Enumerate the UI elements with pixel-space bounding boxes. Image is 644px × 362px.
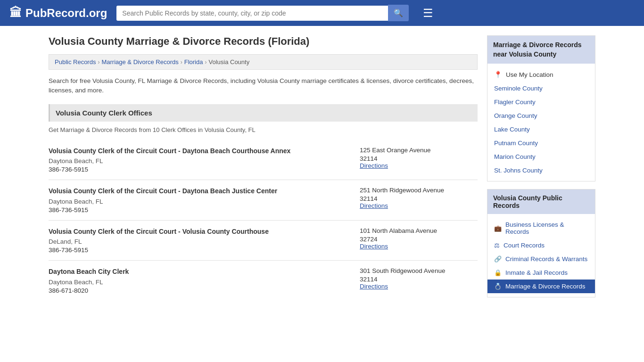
sidebar-nearby-county[interactable]: Flagler County — [487, 95, 595, 109]
entry-phone: 386-671-8020 — [49, 287, 350, 294]
entry-zip: 32114 — [360, 155, 478, 162]
nearby-list: 📍 Use My Location Seminole CountyFlagler… — [487, 64, 595, 181]
menu-icon: ☰ — [423, 7, 433, 19]
sidebar: Marriage & Divorce Records near Volusia … — [487, 35, 595, 305]
entry-right-1: 251 North Ridgewood Avenue 32114 Directi… — [360, 187, 478, 214]
main-content: Volusia County Marriage & Divorce Record… — [49, 35, 478, 305]
entry-left-1: Volusia County Clerk of the Circuit Cour… — [49, 187, 350, 214]
menu-button[interactable]: ☰ — [423, 7, 433, 20]
search-input[interactable] — [116, 6, 388, 21]
sidebar-public-record-item[interactable]: 🔒 Inmate & Jail Records — [487, 266, 595, 280]
breadcrumb: Public Records › Marriage & Divorce Reco… — [49, 54, 478, 70]
page-wrapper: Volusia County Marriage & Divorce Record… — [39, 26, 605, 314]
entries-list: Volusia County Clerk of the Circuit Cour… — [49, 140, 478, 301]
breadcrumb-sep-2: › — [181, 59, 182, 66]
entry-right-3: 301 South Ridgewood Avenue 32114 Directi… — [360, 267, 478, 294]
entry-phone: 386-736-5915 — [49, 247, 350, 254]
site-header: 🏛 PubRecord.org 🔍 ☰ — [0, 0, 644, 26]
directions-link[interactable]: Directions — [360, 202, 388, 209]
entry-name: Daytona Beach City Clerk — [49, 267, 350, 277]
entry-city: Daytona Beach, FL — [49, 279, 350, 286]
entry-left-2: Volusia County Clerk of the Circuit Cour… — [49, 227, 350, 254]
record-type-icon: 💼 — [494, 225, 502, 232]
public-records-items: 💼 Business Licenses & Records ⚖ Court Re… — [487, 218, 595, 293]
sidebar-nearby-county[interactable]: St. Johns County — [487, 164, 595, 177]
entry-name: Volusia County Clerk of the Circuit Cour… — [49, 187, 350, 196]
logo-text: PubRecord.org — [25, 7, 107, 20]
nearby-counties: Seminole CountyFlagler CountyOrange Coun… — [487, 82, 595, 177]
sidebar-public-record-item[interactable]: 💍 Marriage & Divorce Records — [487, 280, 595, 293]
entry-zip: 32724 — [360, 236, 478, 243]
nearby-header: Marriage & Divorce Records near Volusia … — [487, 36, 595, 64]
entry-address: 101 North Alabama Avenue — [360, 227, 478, 234]
record-type-icon: 🔒 — [494, 269, 502, 276]
record-type-label: Business Licenses & Records — [505, 221, 588, 235]
public-records-box: Volusia County Public Records 💼 Business… — [487, 189, 595, 297]
sidebar-nearby-county[interactable]: Orange County — [487, 109, 595, 123]
record-entry: Daytona Beach City Clerk Daytona Beach, … — [49, 261, 478, 301]
breadcrumb-sep-1: › — [98, 59, 99, 66]
breadcrumb-sep-3: › — [205, 59, 206, 66]
sidebar-public-record-item[interactable]: 🔗 Criminal Records & Warrants — [487, 252, 595, 266]
entry-city: DeLand, FL — [49, 238, 350, 245]
entry-left-0: Volusia County Clerk of the Circuit Cour… — [49, 147, 350, 173]
use-my-location[interactable]: 📍 Use My Location — [487, 67, 595, 82]
record-type-icon: 🔗 — [494, 255, 502, 263]
breadcrumb-florida[interactable]: Florida — [184, 58, 203, 66]
section-subtext: Get Marriage & Divorce Records from 10 C… — [49, 126, 478, 133]
page-description: Search for free Volusia County, FL Marri… — [49, 76, 478, 96]
sidebar-nearby-county[interactable]: Putnam County — [487, 136, 595, 150]
entry-right-0: 125 East Orange Avenue 32114 Directions — [360, 147, 478, 173]
breadcrumb-current: Volusia County — [208, 58, 249, 66]
record-type-label: Marriage & Divorce Records — [505, 283, 586, 290]
entry-left-3: Daytona Beach City Clerk Daytona Beach, … — [49, 267, 350, 294]
entry-zip: 32114 — [360, 195, 478, 202]
record-type-icon: ⚖ — [494, 242, 500, 249]
record-type-icon: 💍 — [494, 283, 502, 290]
directions-link[interactable]: Directions — [360, 162, 388, 169]
section-heading: Volusia County Clerk Offices — [49, 104, 478, 122]
record-entry: Volusia County Clerk of the Circuit Cour… — [49, 180, 478, 221]
entry-city: Daytona Beach, FL — [49, 157, 350, 165]
entry-phone: 386-736-5915 — [49, 206, 350, 214]
directions-link[interactable]: Directions — [360, 283, 388, 290]
record-type-label: Court Records — [504, 242, 545, 249]
search-icon: 🔍 — [394, 9, 403, 17]
sidebar-public-record-item[interactable]: ⚖ Court Records — [487, 239, 595, 252]
sidebar-nearby-county[interactable]: Seminole County — [487, 82, 595, 95]
search-bar: 🔍 — [116, 5, 409, 21]
entry-name: Volusia County Clerk of the Circuit Cour… — [49, 147, 350, 156]
sidebar-nearby-county[interactable]: Marion County — [487, 150, 595, 164]
logo-icon: 🏛 — [9, 6, 22, 20]
entry-right-2: 101 North Alabama Avenue 32724 Direction… — [360, 227, 478, 254]
record-type-label: Inmate & Jail Records — [505, 269, 568, 276]
breadcrumb-marriage-divorce[interactable]: Marriage & Divorce Records — [101, 58, 178, 66]
entry-address: 301 South Ridgewood Avenue — [360, 267, 478, 274]
sidebar-nearby-county[interactable]: Lake County — [487, 123, 595, 136]
entry-zip: 32114 — [360, 276, 478, 283]
entry-address: 125 East Orange Avenue — [360, 147, 478, 154]
location-label: Use My Location — [506, 71, 553, 78]
logo[interactable]: 🏛 PubRecord.org — [9, 6, 107, 20]
directions-link[interactable]: Directions — [360, 243, 388, 250]
public-records-list: 💼 Business Licenses & Records ⚖ Court Re… — [487, 214, 595, 297]
public-records-header: Volusia County Public Records — [487, 189, 595, 214]
record-entry: Volusia County Clerk of the Circuit Cour… — [49, 221, 478, 261]
entry-address: 251 North Ridgewood Avenue — [360, 187, 478, 194]
breadcrumb-public-records[interactable]: Public Records — [55, 58, 96, 66]
entry-phone: 386-736-5915 — [49, 166, 350, 173]
sidebar-public-record-item[interactable]: 💼 Business Licenses & Records — [487, 218, 595, 239]
record-type-label: Criminal Records & Warrants — [505, 255, 587, 263]
location-icon: 📍 — [494, 71, 502, 78]
entry-name: Volusia County Clerk of the Circuit Cour… — [49, 227, 350, 237]
record-entry: Volusia County Clerk of the Circuit Cour… — [49, 140, 478, 181]
entry-city: Daytona Beach, FL — [49, 198, 350, 205]
page-title: Volusia County Marriage & Divorce Record… — [49, 35, 478, 48]
nearby-box: Marriage & Divorce Records near Volusia … — [487, 35, 595, 181]
search-button[interactable]: 🔍 — [388, 5, 409, 21]
